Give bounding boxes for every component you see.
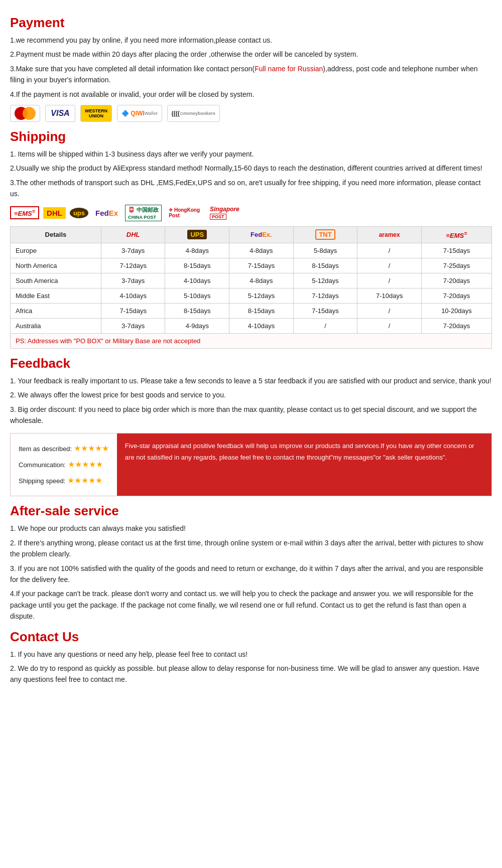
comm-stars: ★★★★★ [68, 460, 103, 469]
feedback-item-row: Item as described: ★★★★★ [19, 441, 109, 457]
duration-cell: / [357, 258, 422, 273]
duration-cell: 4-10days [229, 318, 294, 333]
contactus-line-2: 2. We do try to respond as quickly as po… [10, 663, 492, 685]
region-cell: Australia [11, 318, 101, 333]
duration-cell: 7-15days [293, 303, 357, 318]
tnt-header: TNT [315, 229, 335, 240]
payment-line-2: 2.Payment must be made within 20 days af… [10, 49, 492, 60]
duration-cell: 5-10days [165, 288, 229, 303]
payment-line-3: 3.Make sure that you have completed all … [10, 63, 492, 86]
duration-cell: 8-15days [165, 258, 229, 273]
payment-logos: VISA WESTERNUNION 🔷 QIWIWallet ((((○mone… [10, 105, 492, 122]
col-tnt: TNT [293, 226, 357, 243]
duration-cell: 8-15days [165, 303, 229, 318]
region-cell: North America [11, 258, 101, 273]
sgpost-logo: SingaporePOST [207, 205, 242, 221]
aftersale-line-4: 4.If your package can't be track. please… [10, 588, 492, 622]
shipping-title: Shipping [10, 129, 492, 144]
dhl-logo: DHL [43, 207, 66, 219]
region-cell: South America [11, 273, 101, 288]
fedex-header: FedEx. [250, 231, 272, 238]
fedex-logo: FedEx [92, 208, 121, 218]
duration-cell: 5-8days [293, 243, 357, 258]
ems-header: ≡EMS= [446, 232, 467, 239]
mastercard-logo [10, 105, 40, 122]
duration-cell: 3-7days [101, 273, 165, 288]
payment-russian-text: Full name for Russian [255, 65, 323, 73]
qiwi-logo: 🔷 QIWIWallet [117, 105, 162, 122]
aftersale-title: After-sale service [10, 503, 492, 519]
payment-line-1: 1.we recommend you pay by online, if you… [10, 35, 492, 46]
duration-cell: 4-8days [229, 243, 294, 258]
item-described-label: Item as described: [19, 445, 72, 453]
comm-label: Communication: [19, 461, 66, 469]
table-header-row: Details DHL UPS FedEx. TNT aramex ≡EMS= [11, 226, 492, 243]
table-row: Africa7-15days8-15days8-15days7-15days/1… [11, 303, 492, 318]
region-cell: Europe [11, 243, 101, 258]
ups-logo: ups [70, 208, 88, 218]
duration-cell: 5-12days [229, 288, 294, 303]
duration-cell: 7-15days [229, 258, 294, 273]
region-cell: Middle East [11, 288, 101, 303]
duration-cell: 7-10days [357, 288, 422, 303]
aftersale-line-3: 3. If you are not 100% satisfied with th… [10, 563, 492, 586]
duration-cell: 7-15days [101, 303, 165, 318]
western-union-logo: WESTERNUNION [80, 105, 112, 122]
feedback-stars-section: Item as described: ★★★★★ Communication: … [11, 433, 117, 496]
duration-cell: 8-15days [229, 303, 294, 318]
duration-cell: 7-15days [421, 243, 491, 258]
aftersale-line-2: 2. If there's anything wrong, please con… [10, 537, 492, 560]
duration-cell: 4-10days [165, 273, 229, 288]
duration-cell: 7-20days [421, 273, 491, 288]
moneybookers-logo: ((((○moneybookers [167, 105, 220, 122]
duration-cell: 7-25days [421, 258, 491, 273]
aramex-header: aramex [379, 231, 400, 238]
col-aramex: aramex [357, 226, 422, 243]
ups-header: UPS [187, 230, 207, 239]
dhl-header: DHL [127, 231, 140, 238]
col-ems: ≡EMS= [421, 226, 491, 243]
duration-cell: 8-15days [293, 258, 357, 273]
duration-cell: 3-7days [101, 243, 165, 258]
shipping-carrier-logos: ≡EMS= DHL ups FedEx 📮 中国邮政CHINA POST ✈ H… [10, 205, 492, 221]
duration-cell: 5-12days [293, 273, 357, 288]
duration-cell: 7-12days [101, 258, 165, 273]
duration-cell: / [357, 243, 422, 258]
duration-cell: 3-7days [101, 318, 165, 333]
chinapost-logo: 📮 中国邮政CHINA POST [125, 205, 162, 221]
payment-line-4: 4.If the payment is not available or inv… [10, 89, 492, 100]
duration-cell: 4-10days [101, 288, 165, 303]
duration-cell: / [357, 273, 422, 288]
col-fedex: FedEx. [229, 226, 294, 243]
duration-cell: 7-12days [293, 288, 357, 303]
table-note-row: PS: Addresses with "PO BOX" or Military … [11, 333, 492, 348]
feedback-line-2: 2. We always offer the lowest price for … [10, 389, 492, 400]
payment-title: Payment [10, 15, 492, 31]
shipping-line-3: 3.The other methods of transport such as… [10, 177, 492, 200]
duration-cell: 7-20days [421, 318, 491, 333]
hkpost-logo: ✈ HongKongPost [166, 206, 203, 219]
aftersale-line-1: 1. We hope our products can always make … [10, 523, 492, 534]
feedback-ship-row: Shipping speed: ★★★★★ [19, 473, 109, 489]
shipping-line-1: 1. Items will be shipped within 1-3 busi… [10, 149, 492, 160]
feedback-description: Five-star appraisal and positive feedbac… [117, 433, 491, 496]
contactus-title: Contact Us [10, 629, 492, 645]
shipping-line-2: 2.Usually we ship the product by AliExpr… [10, 163, 492, 174]
payment-line-3a: 3.Make sure that you have completed all … [10, 65, 255, 73]
duration-cell: 7-20days [421, 288, 491, 303]
duration-cell: / [357, 303, 422, 318]
table-row: Europe3-7days4-8days4-8days5-8days/7-15d… [11, 243, 492, 258]
table-row: Middle East4-10days5-10days5-12days7-12d… [11, 288, 492, 303]
duration-cell: 10-20days [421, 303, 491, 318]
feedback-line-1: 1. Your feedback is really important to … [10, 375, 492, 386]
duration-cell: / [293, 318, 357, 333]
col-dhl: DHL [101, 226, 165, 243]
ems-logo: ≡EMS= [10, 206, 39, 219]
col-ups: UPS [165, 226, 229, 243]
visa-logo: VISA [45, 105, 75, 122]
table-row: North America7-12days8-15days7-15days8-1… [11, 258, 492, 273]
feedback-rating-box: Item as described: ★★★★★ Communication: … [10, 433, 492, 496]
ship-stars: ★★★★★ [67, 476, 102, 485]
table-ps-note: PS: Addresses with "PO BOX" or Military … [11, 333, 492, 348]
mc-yellow-circle [23, 107, 36, 120]
